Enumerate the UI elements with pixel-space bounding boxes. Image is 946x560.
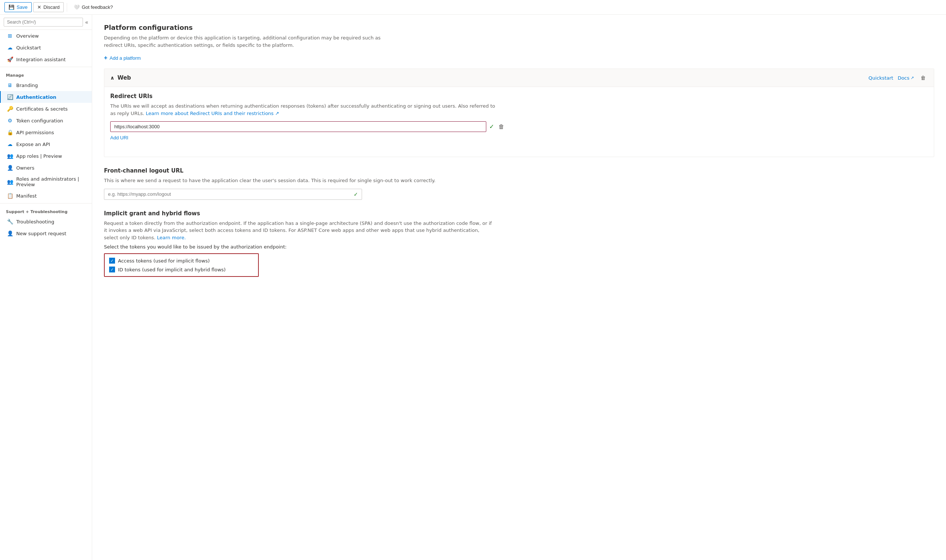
discard-button[interactable]: ✕ Discard [33,2,64,12]
redirect-uri-input[interactable] [110,121,486,132]
sidebar-item-troubleshooting-label: Troubleshooting [16,219,54,225]
web-card-actions: Quickstart Docs ↗ 🗑 [869,73,928,82]
external-link-icon-2: ↗ [275,111,279,116]
add-platform-label: Add a platform [109,55,141,61]
sidebar-item-app-roles[interactable]: 👥 App roles | Preview [0,150,92,162]
sidebar-item-expose-api[interactable]: ☁ Expose an API [0,138,92,150]
manage-divider [0,67,92,67]
certificate-icon: 🔑 [7,105,13,112]
uri-valid-check-icon: ✓ [489,123,494,130]
sidebar-item-branding-label: Branding [16,83,38,88]
sidebar-item-owners[interactable]: 👤 Owners [0,162,92,174]
sidebar-item-authentication-label: Authentication [16,94,56,100]
cloud-icon: ☁ [7,44,13,51]
delete-uri-button[interactable]: 🗑 [497,122,506,132]
rocket-icon: 🚀 [7,56,13,63]
sidebar-item-token[interactable]: ⚙ Token configuration [0,115,92,126]
sidebar-item-quickstart[interactable]: ☁ Quickstart [0,42,92,54]
discard-icon: ✕ [37,5,41,10]
implicit-learn-more-link[interactable]: Learn more. [157,235,186,240]
uri-input-row: ✓ 🗑 [110,121,928,132]
sidebar-item-roles-admin[interactable]: 👥 Roles and administrators | Preview [0,174,92,190]
feedback-icon: 🤍 [74,5,80,10]
discard-label: Discard [43,5,60,10]
sidebar-item-integration[interactable]: 🚀 Integration assistant [0,54,92,65]
sidebar-item-api-permissions[interactable]: 🔒 API permissions [0,126,92,138]
chevron-up-icon[interactable]: ∧ [110,75,114,81]
access-token-row: ✓ Access tokens (used for implicit flows… [109,258,254,264]
support-divider [0,203,92,203]
implicit-grant-section: Implicit grant and hybrid flows Request … [104,210,934,277]
sidebar-item-overview-label: Overview [16,33,39,39]
redirect-uris-desc: The URIs we will accept as destinations … [110,103,501,117]
logout-url-field: ✓ [104,189,362,200]
sidebar-item-token-label: Token configuration [16,118,63,123]
feedback-label: Got feedback? [82,5,113,10]
token-checkboxes: ✓ Access tokens (used for implicit flows… [104,253,259,277]
web-docs-label: Docs [898,75,909,81]
manifest-icon: 📋 [7,192,13,199]
external-link-icon: ↗ [911,75,914,80]
page-title: Platform configurations [104,24,934,31]
tokens-label: Select the tokens you would like to be i… [104,244,934,249]
support-icon: 👤 [7,230,13,237]
save-icon: 💾 [8,5,14,10]
sidebar-item-manifest-label: Manifest [16,193,37,199]
sidebar-item-expose-api-label: Expose an API [16,142,50,147]
sidebar-item-branding[interactable]: 🖥 Branding [0,79,92,91]
sidebar-item-troubleshooting[interactable]: 🔧 Troubleshooting [0,216,92,228]
sidebar-item-certs[interactable]: 🔑 Certificates & secrets [0,103,92,115]
plus-icon: + [104,55,107,61]
add-uri-button[interactable]: Add URI [110,135,128,140]
sidebar-item-api-permissions-label: API permissions [16,130,54,135]
logout-check-icon: ✓ [354,191,358,197]
save-label: Save [17,5,28,10]
branding-icon: 🖥 [7,82,13,88]
collapse-sidebar-button[interactable]: « [85,19,88,25]
sidebar-item-owners-label: Owners [16,165,34,171]
platform-desc: Depending on the platform or device this… [104,34,392,49]
redirect-uris-learn-more-link[interactable]: Learn more about Redirect URIs and their… [146,111,279,116]
sidebar-item-authentication[interactable]: 🔄 Authentication [0,91,92,103]
sidebar-item-new-support[interactable]: 👤 New support request [0,228,92,239]
web-docs-link[interactable]: Docs ↗ [898,75,914,81]
sidebar-item-app-roles-label: App roles | Preview [16,153,62,159]
add-platform-button[interactable]: + Add a platform [104,55,141,61]
feedback-button[interactable]: 🤍 Got feedback? [70,3,117,12]
roles-admin-icon: 👥 [7,178,13,185]
api-permissions-icon: 🔒 [7,129,13,136]
access-token-label: Access tokens (used for implicit flows) [118,258,210,264]
page-layout: « ⊞ Overview ☁ Quickstart 🚀 Integration … [0,15,946,560]
sidebar-search-area: « [0,15,92,30]
sidebar-item-new-support-label: New support request [16,231,66,236]
implicit-grant-title: Implicit grant and hybrid flows [104,210,934,217]
support-section-header: Support + Troubleshooting [0,205,92,216]
id-token-row: ✓ ID tokens (used for implicit and hybri… [109,266,254,272]
toolbar-divider [67,3,67,12]
id-token-checkbox[interactable]: ✓ [109,266,115,272]
logout-url-input[interactable] [108,191,351,197]
front-channel-title: Front-channel logout URL [104,168,934,174]
grid-icon: ⊞ [7,32,13,39]
search-input[interactable] [4,18,83,26]
sidebar-item-quickstart-label: Quickstart [16,45,41,51]
implicit-grant-desc: Request a token directly from the author… [104,220,495,242]
web-card-body: Redirect URIs The URIs we will accept as… [104,87,934,157]
web-quickstart-link[interactable]: Quickstart [869,75,893,81]
web-section-title: Web [117,74,131,81]
sidebar-item-manifest[interactable]: 📋 Manifest [0,190,92,202]
delete-web-platform-button[interactable]: 🗑 [918,73,928,82]
manage-section-header: Manage [0,69,92,79]
sidebar-item-certs-label: Certificates & secrets [16,106,68,112]
redirect-uris-title: Redirect URIs [110,93,928,100]
sidebar-item-integration-label: Integration assistant [16,57,66,62]
owners-icon: 👤 [7,165,13,171]
save-button[interactable]: 💾 Save [5,2,32,12]
front-channel-section: Front-channel logout URL This is where w… [104,168,934,200]
access-token-checkbox[interactable]: ✓ [109,258,115,264]
toolbar: 💾 Save ✕ Discard 🤍 Got feedback? [0,0,946,15]
sidebar: « ⊞ Overview ☁ Quickstart 🚀 Integration … [0,15,92,560]
web-quickstart-label: Quickstart [869,75,893,81]
sidebar-item-overview[interactable]: ⊞ Overview [0,30,92,42]
app-roles-icon: 👥 [7,152,13,159]
